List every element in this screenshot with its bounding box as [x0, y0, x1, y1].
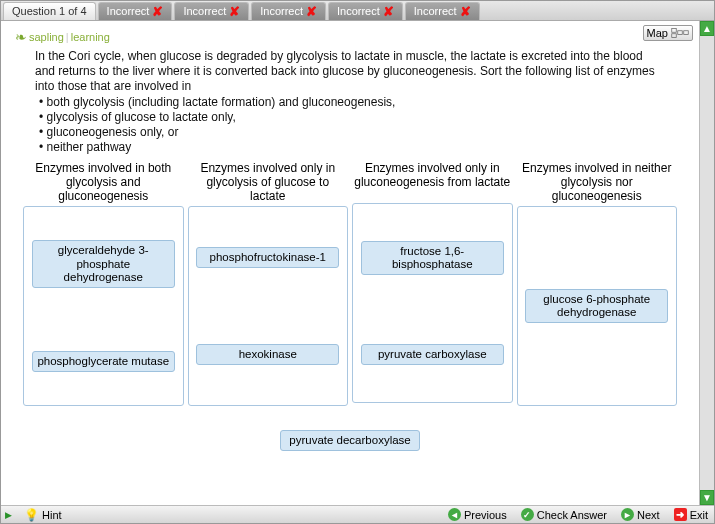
- arrow-right-icon: ►: [621, 508, 634, 521]
- content-area: ❧ sapling|learning Map In the Cori cycle…: [1, 21, 699, 505]
- enzyme-tile[interactable]: pyruvate carboxylase: [361, 344, 504, 365]
- svg-rect-1: [672, 34, 677, 38]
- drop-zone[interactable]: phosphofructokinase-1hexokinase: [188, 206, 349, 406]
- arrow-left-icon: ◄: [448, 508, 461, 521]
- svg-rect-3: [684, 31, 689, 35]
- lightbulb-icon: 💡: [24, 508, 39, 522]
- scroll-down-icon[interactable]: ▼: [700, 490, 714, 505]
- map-button[interactable]: Map: [643, 25, 693, 41]
- exit-button[interactable]: ➜ Exit: [672, 508, 710, 521]
- svg-rect-0: [672, 29, 677, 33]
- tab-bar: Question 1 of 4 Incorrect ✘Incorrect ✘In…: [1, 1, 714, 21]
- enzyme-tile[interactable]: phosphoglycerate mutase: [32, 351, 175, 372]
- x-icon: ✘: [460, 5, 471, 18]
- enzyme-tile[interactable]: phosphofructokinase-1: [196, 247, 339, 268]
- drop-zone[interactable]: fructose 1,6-bisphosphatasepyruvate carb…: [352, 203, 513, 403]
- column-header: Enzymes involved in neither glycolysis n…: [517, 161, 678, 206]
- tab-attempt[interactable]: Incorrect ✘: [405, 2, 480, 20]
- drop-zone[interactable]: glucose 6-phosphate dehydrogenase: [517, 206, 678, 406]
- bullet-item: glycolysis of glucose to lactate only,: [39, 110, 665, 125]
- drop-zone[interactable]: glyceraldehyde 3-phosphate dehydrogenase…: [23, 206, 184, 406]
- enzyme-tile[interactable]: fructose 1,6-bisphosphatase: [361, 241, 504, 275]
- tab-attempt[interactable]: Incorrect ✘: [174, 2, 249, 20]
- svg-rect-2: [678, 31, 683, 35]
- tab-question[interactable]: Question 1 of 4: [3, 2, 96, 20]
- x-icon: ✘: [229, 5, 240, 18]
- map-icon: [671, 27, 689, 39]
- hint-button[interactable]: 💡 Hint: [22, 508, 64, 522]
- x-icon: ✘: [152, 5, 163, 18]
- bullet-item: neither pathway: [39, 140, 665, 155]
- sort-columns: Enzymes involved in both glycolysis and …: [7, 161, 693, 406]
- question-text: In the Cori cycle, when glucose is degra…: [7, 49, 693, 161]
- x-icon: ✘: [383, 5, 394, 18]
- brand-logo: ❧ sapling|learning: [7, 25, 110, 45]
- leaf-icon: ❧: [15, 29, 27, 45]
- enzyme-tile[interactable]: glyceraldehyde 3-phosphate dehydrogenase: [32, 240, 175, 288]
- bullet-item: both glycolysis (including lactate forma…: [39, 95, 665, 110]
- x-icon: ✘: [306, 5, 317, 18]
- sort-column: Enzymes involved only in gluconeogenesis…: [352, 161, 513, 406]
- column-header: Enzymes involved only in gluconeogenesis…: [352, 161, 513, 203]
- question-bullets: both glycolysis (including lactate forma…: [39, 94, 665, 155]
- next-button[interactable]: ► Next: [619, 508, 662, 521]
- play-icon: ▶: [5, 510, 12, 520]
- tab-attempt[interactable]: Incorrect ✘: [251, 2, 326, 20]
- exit-icon: ➜: [674, 508, 687, 521]
- column-header: Enzymes involved in both glycolysis and …: [23, 161, 184, 206]
- footer-bar: ▶ 💡 Hint ◄ Previous ✓ Check Answer ► Nex…: [1, 505, 714, 523]
- sort-column: Enzymes involved in neither glycolysis n…: [517, 161, 678, 406]
- check-icon: ✓: [521, 508, 534, 521]
- enzyme-tile[interactable]: hexokinase: [196, 344, 339, 365]
- scroll-up-icon[interactable]: ▲: [700, 21, 714, 36]
- enzyme-tile[interactable]: glucose 6-phosphate dehydrogenase: [525, 289, 668, 323]
- sort-column: Enzymes involved in both glycolysis and …: [23, 161, 184, 406]
- tab-attempt[interactable]: Incorrect ✘: [328, 2, 403, 20]
- unsorted-pool[interactable]: pyruvate decarboxylase: [7, 406, 693, 459]
- enzyme-tile[interactable]: pyruvate decarboxylase: [280, 430, 420, 451]
- tab-attempt[interactable]: Incorrect ✘: [98, 2, 173, 20]
- vertical-scrollbar[interactable]: ▲ ▼: [699, 21, 714, 505]
- check-answer-button[interactable]: ✓ Check Answer: [519, 508, 609, 521]
- column-header: Enzymes involved only in glycolysis of g…: [188, 161, 349, 206]
- previous-button[interactable]: ◄ Previous: [446, 508, 509, 521]
- bullet-item: gluconeogenesis only, or: [39, 125, 665, 140]
- sort-column: Enzymes involved only in glycolysis of g…: [188, 161, 349, 406]
